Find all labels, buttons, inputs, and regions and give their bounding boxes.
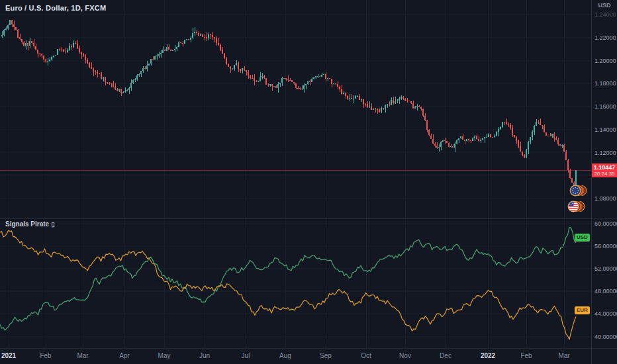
price-tick-label: 40.00000 <box>594 334 617 340</box>
bar-countdown: 20:24:35 <box>594 171 614 177</box>
time-axis-label: 2021 <box>1 352 16 359</box>
price-tick-label: 1.18000 <box>594 80 616 87</box>
time-axis-label: Feb <box>40 352 51 359</box>
symbol-title[interactable]: Euro / U.S. Dollar, 1D, FXCM <box>5 4 106 12</box>
time-axis-label: Mar <box>77 352 88 359</box>
last-price-label: 1.10447 20:24:35 <box>592 163 617 177</box>
time-axis-label: Apr <box>119 352 130 359</box>
time-axis-label: Jul <box>242 352 250 359</box>
time-axis-label: Mar <box>558 352 569 359</box>
eu-flag-coins-icon[interactable] <box>569 184 587 200</box>
time-axis-label: Oct <box>361 352 371 359</box>
time-axis[interactable]: 2021FebMarAprMayJunJulAugSepOctNovDec202… <box>0 349 617 364</box>
price-axis-border <box>591 0 592 364</box>
time-axis-label: Nov <box>399 352 411 359</box>
time-axis-label: Sep <box>320 352 332 359</box>
time-axis-label: 2022 <box>481 352 495 359</box>
price-tick-label: 1.14000 <box>594 126 616 133</box>
indicator-legend[interactable]: Signals Pirate▯ <box>5 220 54 228</box>
indicator-badge-icon: ▯ <box>51 221 54 228</box>
pane-separator[interactable] <box>0 218 617 219</box>
price-tick-label: 52.00000 <box>594 265 617 272</box>
indicator-title-label: Signals Pirate <box>5 220 49 228</box>
time-axis-label: Jun <box>199 352 210 359</box>
time-axis-label: Feb <box>520 352 532 359</box>
price-tick-label: 1.08000 <box>594 195 616 202</box>
price-tick-label: 1.20000 <box>594 58 616 64</box>
last-price-value: 1.10447 <box>594 165 616 171</box>
price-tick-label: 44.00000 <box>594 310 617 317</box>
time-axis-label: May <box>158 352 171 359</box>
price-tick-label: 48.00000 <box>594 288 617 295</box>
usd-series-value-chip: USD <box>575 234 590 242</box>
time-axis-label: Aug <box>279 352 291 359</box>
us-flag-coins-icon[interactable] <box>567 200 585 216</box>
time-axis-label: Dec <box>440 352 451 359</box>
price-tick-label: 1.16000 <box>594 103 616 110</box>
price-tick-label: 1.22000 <box>594 34 616 41</box>
price-tick-label: 60.00000 <box>594 220 617 227</box>
price-tick-label: 56.00000 <box>594 243 617 250</box>
price-tick-label: 1.24000 <box>594 11 616 18</box>
trading-chart-app: Euro / U.S. Dollar, 1D, FXCM Signals Pir… <box>0 0 617 364</box>
chart-area[interactable]: Euro / U.S. Dollar, 1D, FXCM Signals Pir… <box>0 0 591 349</box>
price-tick-label: 1.12000 <box>594 150 616 156</box>
eur-series-value-chip: EUR <box>575 306 590 314</box>
price-chart-canvas[interactable] <box>0 0 591 349</box>
axis-currency-label: USD <box>592 2 617 9</box>
